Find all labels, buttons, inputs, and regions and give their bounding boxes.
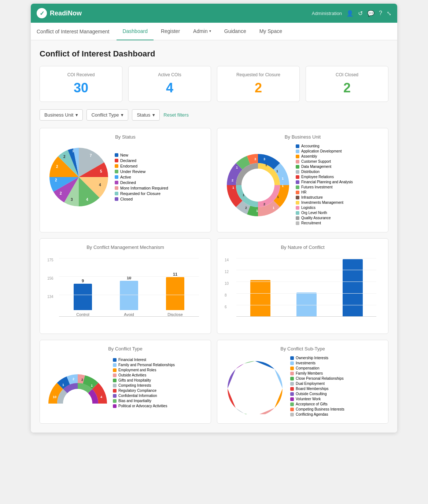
conflict-type-legend: Financial Interest Family and Personal R… — [113, 358, 175, 409]
svg-text:1: 1 — [282, 177, 284, 180]
chart-subtype-title: By Conflict Sub-Type — [223, 346, 382, 352]
svg-text:4: 4 — [246, 365, 248, 369]
svg-text:2: 2 — [263, 202, 265, 206]
svg-text:1: 1 — [236, 166, 238, 169]
chart-by-nature: By Nature of Conflict 14 12 10 8 6 — [217, 238, 388, 334]
svg-text:3: 3 — [263, 157, 265, 161]
svg-text:1: 1 — [265, 407, 267, 411]
svg-point-10 — [243, 170, 273, 200]
filter-row: Business Unit ▾ Conflict Type ▾ Status ▾… — [40, 109, 388, 121]
chart-mechanism-title: By Conflict Management Mechanism — [46, 244, 205, 250]
reset-filters[interactable]: Reset filters — [163, 112, 189, 118]
chart-bu-title: By Business Unit — [223, 134, 382, 140]
svg-text:2: 2 — [56, 165, 58, 169]
kpi-coi-received: COI Received 30 — [40, 66, 122, 102]
chart-by-business-unit: By Business Unit — [217, 128, 388, 232]
kpi-active-label: Active COIs — [134, 72, 205, 77]
kpi-coi-closed: COI Closed 2 — [306, 66, 388, 102]
kpi-received-value: 30 — [46, 80, 116, 96]
kpi-closed-label: COI Closed — [312, 72, 382, 77]
main-content: Conflict of Interest Dashboard COI Recei… — [31, 40, 397, 433]
chart-by-subtype: By Conflict Sub-Type — [217, 340, 388, 424]
svg-text:1: 1 — [62, 383, 64, 387]
svg-text:1: 1 — [276, 378, 278, 382]
svg-text:2: 2 — [268, 400, 270, 403]
header-right: Administration 👤 ↺ 💬 ? ⤡ — [312, 10, 391, 17]
svg-text:2: 2 — [60, 191, 62, 195]
svg-text:4: 4 — [233, 378, 235, 382]
svg-text:2: 2 — [55, 178, 57, 182]
svg-text:5: 5 — [100, 169, 102, 173]
nav-item-guidance[interactable]: Guidance — [218, 23, 252, 40]
chart-row-2: By Conflict Management Mechanism 175 156… — [40, 238, 388, 334]
header-icon-user[interactable]: 👤 — [346, 10, 354, 17]
chart-type-title: By Conflict Type — [46, 346, 205, 352]
svg-text:4: 4 — [99, 183, 101, 187]
svg-text:1: 1 — [243, 193, 244, 197]
chart-row-3: By Conflict Type — [40, 340, 388, 424]
svg-text:4: 4 — [86, 198, 88, 202]
chart-by-mechanism: By Conflict Management Mechanism 175 156… — [40, 238, 211, 334]
kpi-closure-value: 2 — [223, 80, 294, 96]
svg-text:2: 2 — [63, 155, 66, 159]
svg-text:2: 2 — [232, 397, 234, 400]
svg-text:1: 1 — [248, 410, 250, 413]
svg-text:7: 7 — [90, 154, 92, 158]
svg-text:1: 1 — [277, 195, 279, 199]
page-title: Conflict of Interest Dashboard — [40, 49, 388, 59]
bu-legend: Accounting Application Development Assem… — [296, 144, 353, 226]
svg-point-32 — [242, 376, 268, 401]
svg-text:2: 2 — [73, 377, 74, 381]
svg-text:1: 1 — [271, 385, 273, 389]
kpi-row: COI Received 30 Active COIs 4 Requested … — [40, 66, 388, 102]
chart-nature-title: By Nature of Conflict — [223, 244, 382, 250]
chart-by-status: By Status 7 5 — [40, 128, 211, 232]
svg-text:3: 3 — [254, 157, 256, 161]
svg-text:1: 1 — [232, 186, 234, 190]
svg-text:10: 10 — [53, 395, 56, 399]
chart-by-conflict-type: By Conflict Type — [40, 340, 211, 424]
kpi-active-cois: Active COIs 4 — [128, 66, 211, 102]
kpi-received-label: COI Received — [46, 72, 116, 77]
kpi-active-value: 4 — [134, 80, 205, 96]
nav-item-register[interactable]: Register — [155, 23, 186, 40]
header-icon-chat[interactable]: 💬 — [367, 10, 374, 17]
nav-brand: Conflict of Interest Management — [37, 29, 109, 34]
header-admin-label[interactable]: Administration — [312, 11, 342, 16]
chart-status-title: By Status — [46, 134, 205, 140]
nav-item-admin[interactable]: Admin ▾ — [187, 23, 217, 40]
svg-text:4: 4 — [100, 395, 102, 399]
svg-text:2: 2 — [245, 206, 247, 210]
svg-text:1: 1 — [256, 209, 258, 213]
header-icon-help[interactable]: ? — [379, 10, 382, 16]
filter-conflict-type[interactable]: Conflict Type ▾ — [86, 109, 128, 121]
svg-text:1: 1 — [262, 365, 264, 369]
main-nav: Conflict of Interest Management Dashboar… — [31, 23, 397, 40]
svg-text:1: 1 — [265, 163, 267, 167]
header-icon-history[interactable]: ↺ — [358, 10, 363, 17]
svg-text:1: 1 — [91, 384, 93, 387]
nav-item-myspace[interactable]: My Space — [254, 23, 288, 40]
svg-text:1: 1 — [282, 184, 284, 188]
status-legend: New Declared Endorsed Under Review Activ… — [115, 153, 168, 202]
kpi-requested-closure: Requested for Closure 2 — [217, 66, 300, 102]
svg-text:3: 3 — [71, 198, 73, 202]
app-logo: ✓ ReadiNow — [37, 8, 82, 18]
subtype-legend: Ownership Interests Investments Compensa… — [290, 356, 344, 417]
kpi-closed-value: 2 — [312, 80, 382, 96]
svg-text:1: 1 — [273, 206, 274, 210]
filter-status[interactable]: Status ▾ — [132, 109, 160, 121]
kpi-closure-label: Requested for Closure — [223, 72, 294, 77]
nav-item-dashboard[interactable]: Dashboard — [117, 23, 154, 40]
svg-text:2: 2 — [232, 179, 233, 182]
svg-text:1: 1 — [277, 395, 279, 398]
chart-row-1: By Status 7 5 — [40, 128, 388, 232]
header-icon-expand[interactable]: ⤡ — [387, 10, 391, 17]
filter-business-unit[interactable]: Business Unit ▾ — [40, 109, 83, 121]
svg-text:1: 1 — [276, 169, 278, 173]
svg-text:2: 2 — [81, 378, 83, 382]
